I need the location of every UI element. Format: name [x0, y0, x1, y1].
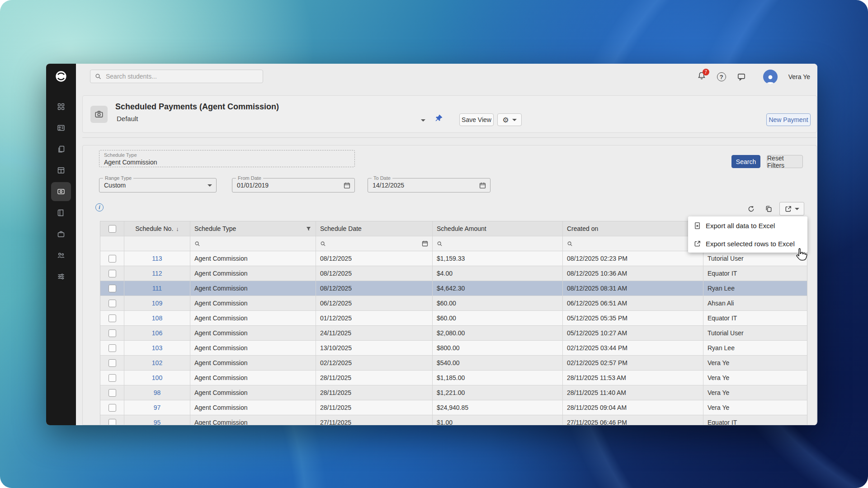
sidebar-item-briefcase[interactable] [51, 225, 71, 244]
export-button[interactable] [779, 202, 804, 216]
search-input[interactable] [105, 72, 258, 80]
sidebar-item-dashboard[interactable] [51, 97, 71, 116]
column-header[interactable]: Schedule No.↓ [124, 221, 190, 236]
schedule-no-link[interactable]: 98 [154, 389, 161, 396]
sidebar-item-payments[interactable] [51, 182, 71, 201]
to-date-field[interactable]: To Date 14/12/2025 [368, 178, 491, 192]
schedule-no-link[interactable]: 102 [152, 359, 162, 366]
copy-button[interactable] [762, 202, 775, 216]
range-type-select[interactable]: Range Type Custom [99, 178, 217, 192]
sidebar-item-ledger[interactable] [51, 203, 71, 222]
row-checkbox[interactable] [108, 374, 116, 382]
cell-created-on: 02/12/2025 02:57 PM [563, 356, 703, 370]
table-row: 100Agent Commission28/11/2025$1,185.0028… [100, 371, 807, 385]
chat-icon[interactable] [737, 72, 746, 81]
cell-created-by: Vera Ye [703, 371, 807, 385]
new-payment-button[interactable]: New Payment [766, 113, 811, 126]
save-view-button[interactable]: Save View [459, 113, 494, 126]
user-name[interactable]: Vera Ye [788, 73, 810, 80]
table-row: 97Agent Commission28/11/2025$24,940.8528… [100, 400, 807, 415]
notifications-button[interactable]: 7 [697, 71, 706, 82]
pin-icon[interactable] [434, 114, 443, 124]
column-filter[interactable] [563, 236, 703, 251]
export-icon [784, 205, 792, 213]
avatar[interactable] [763, 70, 778, 84]
menu-item-export-selected[interactable]: Export selected rows to Excel [688, 235, 807, 253]
schedule-type-field[interactable]: Schedule Type Agent Commission [99, 150, 355, 167]
row-checkbox[interactable] [108, 255, 116, 263]
column-filter[interactable] [433, 236, 563, 251]
schedule-no-link[interactable]: 100 [152, 374, 162, 381]
sidebar-item-people[interactable] [51, 246, 71, 265]
schedule-no-link[interactable]: 109 [152, 300, 162, 307]
cell-checkbox [100, 311, 124, 325]
sidebar-item-settings[interactable] [51, 267, 71, 286]
from-date-field[interactable]: From Date 01/01/2019 [232, 178, 355, 192]
cell-schedule-date: 28/11/2025 [316, 371, 433, 385]
sidebar-item-boards[interactable] [51, 161, 71, 180]
column-filter[interactable] [190, 236, 316, 251]
filter-icon[interactable] [306, 226, 311, 232]
cell-created-on: 28/11/2025 11:53 AM [563, 371, 703, 385]
cell-schedule-type: Agent Commission [190, 385, 316, 400]
cell-created-by: Equator IT [703, 311, 807, 325]
help-button[interactable]: ? [717, 72, 726, 81]
cell-schedule-amount: $2,080.00 [433, 326, 563, 340]
view-settings-button[interactable]: ⚙ [497, 113, 522, 126]
export-rows-icon [693, 240, 701, 248]
calendar-icon[interactable] [344, 182, 350, 191]
schedule-no-link[interactable]: 103 [152, 344, 162, 352]
column-header[interactable]: Schedule Type [190, 221, 316, 236]
row-checkbox[interactable] [108, 389, 116, 397]
column-header[interactable]: Created on [563, 221, 703, 236]
search-button[interactable]: Search [731, 155, 760, 168]
cell-schedule-date: 02/12/2025 [316, 356, 433, 370]
student-search[interactable] [90, 70, 263, 83]
row-checkbox[interactable] [108, 419, 116, 426]
column-header[interactable]: Schedule Date [316, 221, 433, 236]
column-header[interactable]: Schedule Amount [433, 221, 563, 236]
column-header-checkbox [100, 221, 124, 236]
view-selector-value[interactable]: Default [117, 115, 138, 122]
row-checkbox[interactable] [108, 404, 116, 412]
schedule-no-link[interactable]: 97 [154, 404, 161, 411]
table-row: 102Agent Commission02/12/2025$540.0002/1… [100, 356, 807, 371]
schedule-no-link[interactable]: 113 [152, 255, 162, 262]
sidebar-item-documents[interactable] [51, 140, 71, 159]
cell-created-on: 05/12/2025 05:35 PM [563, 311, 703, 325]
cell-schedule-type: Agent Commission [190, 341, 316, 355]
refresh-button[interactable] [744, 202, 758, 216]
cell-schedule-no: 98 [124, 385, 190, 400]
cell-schedule-no: 97 [124, 400, 190, 415]
row-checkbox[interactable] [108, 359, 116, 367]
schedule-no-link[interactable]: 111 [152, 285, 162, 292]
calendar-icon[interactable] [422, 240, 428, 247]
view-icon [90, 106, 108, 123]
view-selector-caret-icon[interactable] [421, 119, 425, 122]
select-all-checkbox[interactable] [108, 225, 116, 233]
schedule-no-link[interactable]: 108 [152, 314, 162, 322]
cell-schedule-date: 08/12/2025 [316, 266, 433, 281]
cell-checkbox [100, 341, 124, 355]
cell-schedule-amount: $1,159.33 [433, 251, 563, 266]
reset-filters-button[interactable]: Reset Filters [767, 155, 803, 168]
row-checkbox[interactable] [108, 300, 116, 307]
row-checkbox[interactable] [108, 314, 116, 322]
sidebar-item-students[interactable] [51, 118, 71, 137]
cell-checkbox [100, 356, 124, 370]
schedule-no-link[interactable]: 106 [152, 329, 162, 337]
row-checkbox[interactable] [108, 344, 116, 352]
column-filter[interactable] [316, 236, 433, 251]
row-checkbox[interactable] [108, 270, 116, 277]
schedule-no-link[interactable]: 95 [154, 419, 161, 425]
row-checkbox[interactable] [108, 329, 116, 337]
cell-checkbox [100, 326, 124, 340]
calendar-icon[interactable] [479, 182, 486, 191]
schedule-no-link[interactable]: 112 [152, 270, 162, 277]
table-row: 95Agent Commission27/11/2025$1.0027/11/2… [100, 415, 807, 425]
cell-schedule-amount: $1,221.00 [433, 385, 563, 400]
row-checkbox[interactable] [108, 285, 116, 292]
menu-item-export-all[interactable]: Export all data to Excel [688, 216, 807, 235]
excel-file-icon [693, 222, 701, 230]
info-icon[interactable]: i [95, 203, 104, 211]
